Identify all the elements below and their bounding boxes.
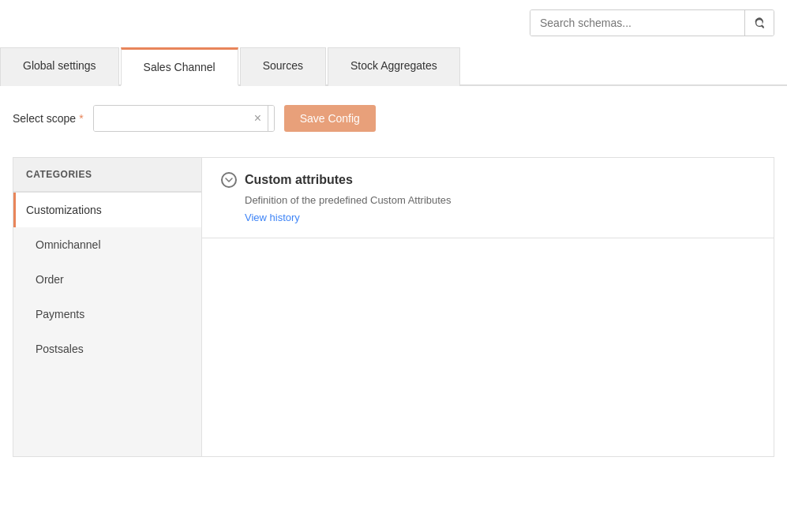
main-layout: CATEGORIES Customizations Omnichannel Or… — [13, 157, 774, 457]
sidebar-item-customizations[interactable]: Customizations — [13, 193, 201, 227]
scope-label: Select scope * — [13, 112, 84, 125]
collapse-icon[interactable] — [221, 172, 237, 188]
sidebar-item-postsales[interactable]: Postsales — [13, 332, 201, 366]
scope-select-wrapper: MetaStore × ▾ — [93, 105, 275, 132]
save-config-button[interactable]: Save Config — [284, 105, 376, 132]
config-section-description: Definition of the predefined Custom Attr… — [221, 194, 755, 206]
top-bar — [0, 0, 787, 46]
scope-clear-button[interactable]: × — [248, 106, 268, 131]
required-indicator: * — [79, 112, 83, 125]
sidebar-header: CATEGORIES — [13, 158, 201, 192]
sidebar-item-omnichannel[interactable]: Omnichannel — [13, 227, 201, 262]
config-section-custom-attributes: Custom attributes Definition of the pred… — [202, 158, 774, 238]
sidebar-item-payments[interactable]: Payments — [13, 297, 201, 332]
search-container — [530, 9, 774, 36]
tabs-container: Global settings Sales Channel Sources St… — [0, 46, 787, 86]
search-button[interactable] — [744, 10, 774, 36]
config-section-title: Custom attributes — [245, 173, 353, 187]
tab-stock-aggregates[interactable]: Stock Aggregates — [328, 47, 460, 86]
scope-row: Select scope * MetaStore × ▾ Save Config — [13, 105, 774, 132]
scope-label-text: Select scope — [13, 112, 76, 125]
search-input[interactable] — [530, 10, 744, 36]
view-history-link[interactable]: View history — [221, 212, 300, 223]
scope-select-input[interactable]: MetaStore — [94, 106, 248, 131]
sidebar-item-order[interactable]: Order — [13, 262, 201, 297]
right-panel: Custom attributes Definition of the pred… — [202, 157, 774, 457]
content-area: Select scope * MetaStore × ▾ Save Config… — [0, 86, 787, 476]
tab-global-settings[interactable]: Global settings — [0, 47, 119, 86]
config-section-header: Custom attributes — [221, 172, 755, 188]
scope-dropdown-button[interactable]: ▾ — [268, 106, 275, 131]
sidebar: CATEGORIES Customizations Omnichannel Or… — [13, 157, 202, 457]
chevron-down-icon — [224, 175, 234, 185]
tab-sales-channel[interactable]: Sales Channel — [121, 47, 238, 86]
tab-sources[interactable]: Sources — [240, 47, 326, 86]
search-icon — [753, 17, 766, 29]
